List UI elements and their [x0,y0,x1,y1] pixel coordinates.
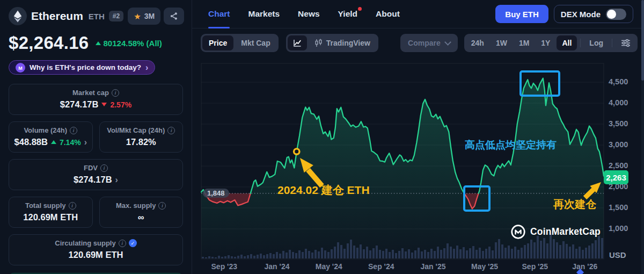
range-24h[interactable]: 24h [466,35,489,51]
compare-button[interactable]: Compare [400,34,458,52]
dex-mode-toggle[interactable]: DEX Mode [554,5,633,23]
stats-grid: Market capi$274.17B2.57%Volume (24h)i$48… [9,84,183,265]
price-change-value: 80124.58% (All) [104,39,162,48]
stat-card-vol-mkt-cap: Vol/Mkt Cap (24h)i17.82% [99,121,184,153]
watermark-text: CoinMarketCap [530,226,601,237]
mktcap-tab[interactable]: Mkt Cap [235,35,276,51]
line-chart-button[interactable] [288,35,307,51]
stat-card-fdv[interactable]: FDVi$274.17B› [9,159,183,190]
highlight-box [464,186,489,211]
highlight-box [521,71,559,96]
stat-value: $274.17B [74,175,112,185]
range-1w[interactable]: 1W [491,35,513,51]
page-scrollbar[interactable] [641,0,644,274]
chevron-right-icon: › [84,138,87,147]
rank-badge: #2 [109,11,123,21]
stat-label: Max. supply [116,201,156,210]
down-triangle-icon [101,103,107,106]
x-axis-label: Jan '26 [572,262,597,271]
annotation-hold: 高点低点均坚定持有 [465,138,557,152]
coin-name: Ethereum [31,10,83,23]
stat-card-market-cap: Market capi$274.17B2.57% [9,84,183,115]
stat-value-row: 120.69M ETH [23,212,78,222]
tab-news[interactable]: News [298,0,320,28]
range-1m[interactable]: 1M [514,35,535,51]
y-axis-label: 2,500 [609,161,628,170]
buy-eth-button[interactable]: Buy ETH [495,5,548,23]
info-icon: i [119,240,126,247]
stat-value-row: 120.69M ETH [69,250,123,260]
main-tabs: ChartMarketsNewsYieldAbout [208,0,400,28]
tradingview-label: TradingView [326,39,370,47]
scrollbar-thumb[interactable] [641,0,644,81]
y-axis-label: 1,000 [609,224,628,233]
y-axis-label: 4,500 [609,77,628,86]
stat-label: Vol/Mkt Cap (24h) [107,126,165,134]
stat-label-row: Circulating supplyi✓ [55,239,136,247]
chart-settings-button[interactable] [616,35,636,51]
stat-card-volume-24h[interactable]: Volume (24h)i$48.88B7.14%› [9,121,93,153]
entry-marker [294,149,299,154]
range-1y[interactable]: 1Y [536,35,555,51]
stat-label: Circulating supply [55,239,115,247]
toggle-switch[interactable] [606,9,626,20]
chevron-right-icon: › [145,63,148,73]
baseline-price-label: 1,848 [203,189,229,198]
ethereum-logo-icon [9,7,27,25]
chevron-right-icon: › [115,176,118,184]
tab-chart[interactable]: Chart [208,0,230,28]
price-line-up [251,99,464,193]
info-icon: i [158,202,166,210]
price-tab[interactable]: Price [202,35,233,51]
stat-value: $274.17B [60,99,99,110]
annotation-reentry: 再次建仓 [553,197,596,212]
info-icon: i [167,127,175,134]
tab-markets[interactable]: Markets [248,0,280,28]
stat-card-max-supply: Max. supplyi∞ [99,197,184,228]
stat-delta: 7.14% [60,138,81,147]
price-change: 80124.58% (All) [96,39,162,48]
watchlist-button[interactable]: ★ 3M [128,8,160,25]
price-line-down [464,193,479,209]
x-axis-label: Jan '25 [421,262,446,271]
watchlist-count: 3M [144,12,155,20]
tab-about[interactable]: About [376,0,400,28]
compare-label: Compare [408,39,441,47]
stat-label: Total supply [25,201,66,210]
tab-yield[interactable]: Yield [338,0,357,28]
verified-icon: ✓ [129,239,137,247]
y-axis-unit: USD [609,250,626,259]
coin-price: $2,264.16 [9,33,89,53]
tradingview-button[interactable]: TradingView [308,35,377,51]
x-axis-label: Sep '24 [368,262,394,271]
x-axis-label: Sep '23 [211,262,237,271]
dex-mode-label: DEX Mode [561,10,601,19]
log-scale-button[interactable]: Log [584,35,609,51]
stat-value: ∞ [138,212,144,222]
up-triangle-icon [51,140,56,144]
x-axis-label: Jan '24 [265,262,290,271]
sliders-icon [621,39,631,47]
stat-label: Volume (24h) [24,126,67,134]
right-controls: Compare 24h1W1M1YAll Log [400,34,638,52]
star-icon: ★ [134,12,141,20]
stat-value: $48.88B [14,137,48,147]
coin-header: Ethereum ETH #2 ★ 3M [9,7,183,25]
x-axis-label: May '25 [471,262,498,271]
stat-label: FDV [84,164,98,172]
coinmarketcap-watermark: CoinMarketCap [510,224,601,240]
price-mktcap-toggle: Price Mkt Cap [201,34,279,52]
stat-label-row: Total supplyi [25,201,76,210]
price-insight-banner[interactable]: M Why is ETH's price down today? › [9,60,155,75]
stat-value: 17.82% [126,137,156,147]
main-header: ChartMarketsNewsYieldAbout Buy ETH DEX M… [192,0,644,28]
divider [612,39,612,47]
stat-value-row: ∞ [138,212,144,222]
range-all[interactable]: All [557,35,577,51]
coin-symbol: ETH [89,12,105,21]
share-button[interactable] [164,8,184,25]
coinmarketcap-ethereum-page: Ethereum ETH #2 ★ 3M [0,0,644,274]
time-range-selector: 24h1W1M1YAll Log [464,34,638,52]
stat-label-row: FDVi [84,164,108,172]
price-line-up [479,78,604,193]
